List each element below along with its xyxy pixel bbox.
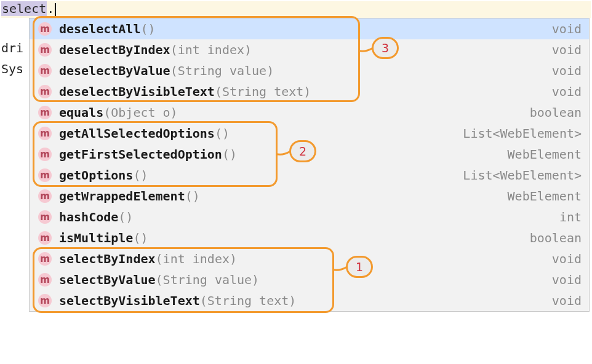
method-icon: m (38, 127, 52, 140)
completion-item-selectByValue[interactable]: m selectByValue(String value) void (30, 269, 589, 290)
completion-name: selectByValue (59, 272, 156, 287)
completion-item-deselectByIndex[interactable]: m deselectByIndex(int index) void (30, 39, 589, 60)
completion-params: (String value) (170, 63, 274, 78)
completion-return-type: void (552, 22, 582, 36)
completion-return-type: void (552, 293, 582, 308)
completion-params: (String value) (156, 272, 260, 287)
completion-name: isMultiple (59, 231, 133, 245)
completion-item-isMultiple[interactable]: m isMultiple() boolean (30, 228, 589, 248)
completion-item-deselectByValue[interactable]: m deselectByValue(String value) void (30, 60, 589, 81)
completion-return-type: List<WebElement> (463, 126, 582, 141)
editor-dot: . (47, 1, 54, 16)
completion-return-type: void (552, 272, 582, 287)
editor-bg-text-sys: Sys (1, 61, 23, 76)
editor-typed-text: select (1, 1, 47, 16)
completion-params: () (222, 147, 237, 162)
completion-name: selectByVisibleText (59, 293, 200, 308)
editor-bg-text-dri: dri (1, 41, 23, 55)
method-icon: m (38, 64, 52, 77)
method-icon: m (38, 148, 52, 161)
method-icon: m (38, 252, 52, 266)
completion-name: selectByIndex (59, 251, 156, 266)
method-icon: m (38, 168, 52, 182)
completion-return-type: List<WebElement> (463, 168, 582, 183)
completion-return-type: boolean (530, 105, 582, 120)
completion-params: () (140, 22, 155, 36)
completion-return-type: void (552, 42, 582, 57)
completion-item-equals[interactable]: m equals(Object o) boolean (30, 102, 589, 123)
completion-item-deselectByVisibleText[interactable]: m deselectByVisibleText(String text) voi… (30, 81, 589, 102)
completion-params: () (118, 210, 133, 224)
method-icon: m (38, 273, 52, 287)
completion-params: (String text) (200, 293, 297, 308)
method-icon: m (38, 231, 52, 245)
method-icon: m (38, 210, 52, 224)
completion-item-selectByIndex[interactable]: m selectByIndex(int index) void (30, 248, 589, 269)
completion-params: (int index) (170, 42, 252, 57)
completion-item-getAllSelectedOptions[interactable]: m getAllSelectedOptions() List<WebElemen… (30, 123, 589, 144)
completion-name: deselectByVisibleText (59, 84, 215, 99)
text-cursor (55, 3, 56, 17)
completion-params: () (133, 231, 148, 245)
method-icon: m (38, 43, 52, 57)
completion-name: equals (59, 105, 103, 120)
completion-name: getWrappedElement (59, 189, 185, 204)
completion-return-type: void (552, 251, 582, 266)
completion-params: (Object o) (103, 105, 177, 120)
editor-current-line[interactable]: select. (1, 1, 591, 18)
completion-params: () (215, 126, 230, 141)
completion-return-type: void (552, 84, 582, 99)
completion-name: getAllSelectedOptions (59, 126, 215, 141)
completion-params: () (133, 168, 148, 183)
completion-params: (int index) (156, 251, 237, 266)
completion-return-type: boolean (530, 231, 582, 245)
completion-return-type: WebElement (508, 189, 582, 204)
completion-name: deselectByValue (59, 63, 170, 78)
completion-item-selectByVisibleText[interactable]: m selectByVisibleText(String text) void (30, 290, 589, 311)
completion-item-deselectAll[interactable]: m deselectAll() void (30, 18, 589, 39)
completion-item-hashCode[interactable]: m hashCode() int (30, 207, 589, 228)
method-icon: m (38, 22, 52, 36)
completion-name: deselectAll (59, 22, 140, 36)
completion-item-getWrappedElement[interactable]: m getWrappedElement() WebElement (30, 186, 589, 207)
completion-return-type: void (552, 63, 582, 78)
code-completion-popup: m deselectAll() void m deselectByIndex(i… (29, 18, 590, 312)
completion-name: deselectByIndex (59, 42, 170, 57)
completion-item-getOptions[interactable]: m getOptions() List<WebElement> (30, 165, 589, 186)
completion-params: (String text) (215, 84, 311, 99)
completion-params: () (185, 189, 200, 204)
completion-return-type: int (559, 210, 582, 224)
method-icon: m (38, 85, 52, 98)
completion-return-type: WebElement (508, 147, 582, 162)
method-icon: m (38, 294, 52, 307)
method-icon: m (38, 189, 52, 203)
completion-name: hashCode (59, 210, 118, 224)
completion-name: getFirstSelectedOption (59, 147, 222, 162)
completion-name: getOptions (59, 168, 133, 183)
completion-item-getFirstSelectedOption[interactable]: m getFirstSelectedOption() WebElement (30, 144, 589, 165)
method-icon: m (38, 106, 52, 119)
